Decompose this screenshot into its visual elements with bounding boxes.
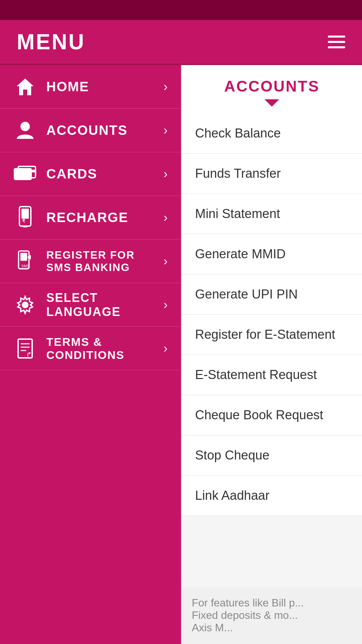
sidebar-item-sms-banking-label: REGISTER FOR SMS BANKING [46, 249, 164, 274]
sidebar-item-cards[interactable]: CARDS › [0, 152, 181, 196]
svg-rect-3 [18, 170, 36, 172]
submenu-item-cheque-book-request[interactable]: Cheque Book Request [182, 395, 362, 435]
accounts-title: ACCOUNTS [195, 77, 349, 95]
right-panel: ACCOUNTS Check Balance Funds Transfer Mi… [181, 65, 362, 644]
sidebar-item-home-chevron: › [164, 80, 168, 94]
document-icon [13, 337, 37, 360]
person-icon [13, 119, 37, 142]
submenu-item-generate-mmid[interactable]: Generate MMID [182, 234, 362, 274]
accounts-header: ACCOUNTS [182, 65, 362, 113]
submenu-item-link-aadhaar[interactable]: Link Aadhaar [182, 476, 362, 516]
sidebar-item-sms-banking-chevron: › [164, 254, 168, 268]
page-title: MENU [17, 30, 85, 54]
submenu-item-funds-transfer[interactable]: Funds Transfer [182, 154, 362, 194]
sidebar-item-terms[interactable]: TERMS & CONDITIONS › [0, 327, 181, 370]
accounts-arrow [264, 99, 279, 107]
submenu-item-mini-statement[interactable]: Mini Statement [182, 194, 362, 234]
svg-rect-17 [27, 353, 28, 357]
submenu-item-generate-upi-pin[interactable]: Generate UPI PIN [182, 274, 362, 315]
submenu-item-estatement-request[interactable]: E-Statement Request [182, 355, 362, 395]
sidebar-item-cards-label: CARDS [46, 166, 164, 181]
svg-point-0 [20, 122, 30, 131]
svg-rect-6 [21, 209, 29, 219]
sidebar-item-language-label: SELECT LANGUAGE [46, 291, 164, 319]
sidebar-item-terms-label: TERMS & CONDITIONS [46, 335, 164, 362]
sidebar-item-recharge-chevron: › [164, 211, 168, 225]
sidebar-item-language-chevron: › [164, 298, 168, 312]
status-bar [0, 0, 362, 20]
home-icon [13, 75, 37, 99]
sidebar-item-recharge[interactable]: ₹ RECHARGE › [0, 196, 181, 239]
svg-text:₹: ₹ [22, 218, 25, 224]
hamburger-line-1 [328, 36, 345, 38]
svg-text:SMS: SMS [21, 264, 29, 268]
gear-icon [13, 293, 37, 317]
svg-rect-10 [20, 253, 27, 261]
sidebar-item-language[interactable]: SELECT LANGUAGE › [0, 283, 181, 327]
svg-rect-4 [21, 175, 27, 177]
sidebar-item-terms-chevron: › [164, 341, 168, 356]
sidebar-item-accounts-chevron: › [164, 123, 168, 138]
card-icon [13, 162, 37, 186]
main-content: HOME › ACCOUNTS › [0, 65, 362, 644]
hamburger-line-2 [328, 41, 345, 43]
sidebar-item-cards-chevron: › [164, 167, 168, 181]
svg-rect-8 [23, 226, 27, 227]
sidebar-item-home-label: HOME [46, 79, 164, 94]
header: MENU [0, 20, 362, 64]
svg-rect-13 [18, 339, 32, 358]
submenu-item-register-estatement[interactable]: Register for E-Statement [182, 315, 362, 355]
sidebar-item-sms-banking[interactable]: SMS REGISTER FOR SMS BANKING › [0, 239, 181, 283]
sidebar-item-recharge-label: RECHARGE [46, 210, 164, 225]
hamburger-line-3 [328, 46, 345, 48]
sidebar-item-accounts-label: ACCOUNTS [46, 123, 164, 138]
sidebar-item-accounts[interactable]: ACCOUNTS › [0, 109, 181, 152]
recharge-icon: ₹ [13, 206, 37, 229]
submenu-item-check-balance[interactable]: Check Balance [182, 113, 362, 154]
submenu-item-stop-cheque[interactable]: Stop Cheque [182, 435, 362, 476]
footer-note: For features like Bill p...Fixed deposit… [182, 587, 362, 644]
sidebar: HOME › ACCOUNTS › [0, 65, 181, 644]
sidebar-item-home[interactable]: HOME › [0, 65, 181, 109]
svg-point-12 [22, 302, 28, 308]
sms-icon: SMS [13, 250, 37, 273]
hamburger-menu-button[interactable] [328, 36, 345, 48]
